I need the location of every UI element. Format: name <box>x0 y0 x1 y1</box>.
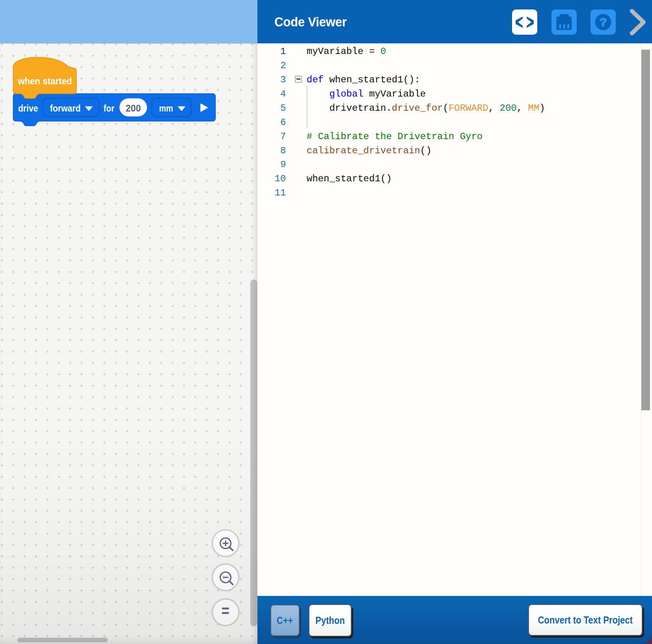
svg-text:?: ? <box>600 15 607 28</box>
